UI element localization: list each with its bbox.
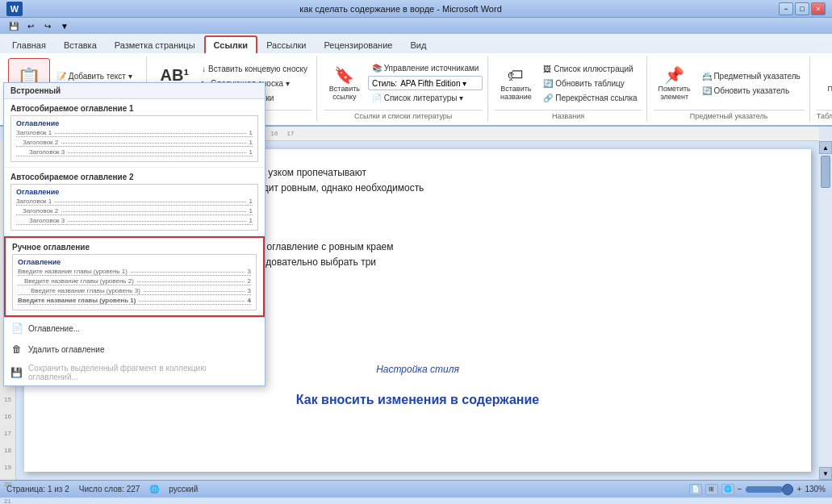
title-bar-left: W — [6, 2, 23, 16]
ribbon-group-citation-table: 🔏 Пометитьссылку Таблица ссылок — [812, 56, 832, 122]
captions-group-buttons: 🏷 Вставитьназвание 🖼 Список иллюстраций … — [495, 58, 641, 108]
ribbon-group-citations: 🔖 Вставитьссылку 📚 Управление источникам… — [319, 56, 488, 122]
ribbon-tab-bar: Главная Вставка Разметка страницы Ссылки… — [0, 34, 832, 53]
customize-quick-btn[interactable]: ▼ — [57, 19, 72, 32]
toc-line-1: Заголовок 1 1 — [16, 129, 253, 137]
citation-icon: 🔖 — [334, 65, 354, 85]
captions-sub-buttons: 🖼 Список иллюстраций 🔄 Обновить таблицу … — [539, 62, 641, 105]
scroll-up-btn[interactable]: ▲ — [819, 141, 832, 154]
zoom-bar — [746, 486, 794, 493]
insert-citation-label: Вставитьссылку — [329, 85, 360, 101]
tab-review[interactable]: Рецензирование — [316, 35, 402, 53]
minimize-button[interactable]: − — [779, 2, 793, 15]
menu-section-builtin: Встроенный — [4, 83, 265, 99]
tab-view[interactable]: Вид — [401, 35, 435, 53]
mark-citation-label: Пометитьссылку — [827, 85, 832, 101]
captions-group-label: Названия — [495, 110, 641, 120]
mark-citation-btn[interactable]: 🔏 Пометитьссылку — [823, 58, 832, 108]
citations-group-buttons: 🔖 Вставитьссылку 📚 Управление источникам… — [324, 58, 483, 108]
toc-options-label: Оглавление... — [28, 324, 80, 333]
status-word-count: Число слов: 227 — [79, 485, 140, 494]
cross-reference-btn[interactable]: 🔗 Перекрёстная ссылка — [539, 91, 641, 105]
manual-toc-line-1: Введите название главы (уровень 1) 3 — [18, 268, 251, 276]
mark-entry-btn[interactable]: 📌 Пометитьэлемент — [654, 58, 696, 108]
title-bar: W как сделать содержание в ворде - Micro… — [0, 0, 832, 18]
toc-line-3: Заголовок 3 1 — [16, 148, 253, 156]
scroll-thumb[interactable] — [821, 156, 830, 188]
index-group-label: Предметный указатель — [654, 110, 805, 120]
zoom-out-btn[interactable]: − — [738, 485, 742, 494]
status-bar-left: Страница: 1 из 2 Число слов: 227 🌐 русск… — [6, 485, 198, 494]
tab-insert[interactable]: Вставка — [55, 35, 106, 53]
menu-action-remove-toc[interactable]: 🗑 Удалить оглавление — [4, 339, 265, 360]
citations-group-label: Ссылки и списки литературы — [324, 110, 483, 120]
view-btn-full[interactable]: ⊞ — [705, 484, 718, 495]
tab-references[interactable]: Ссылки — [204, 35, 258, 53]
index-btn[interactable]: 📇 Предметный указатель — [698, 69, 805, 83]
toc-line-6: Заголовок 3 1 — [16, 217, 253, 225]
scroll-down-btn[interactable]: ▼ — [819, 467, 832, 480]
insert-caption-label: Вставитьназвание — [500, 85, 532, 101]
vertical-scrollbar[interactable]: ▲ ▼ — [819, 141, 832, 480]
menu-action-save-toc: 💾 Сохранить выделенный фрагмент в коллек… — [4, 360, 265, 385]
caption-icon: 🏷 — [508, 66, 524, 85]
tab-page-layout[interactable]: Разметка страницы — [106, 35, 204, 53]
toc-line-5: Заголовок 2 1 — [16, 207, 253, 215]
add-text-btn[interactable]: 📝 Добавить текст ▾ — [52, 69, 141, 83]
status-page: Страница: 1 из 2 — [6, 485, 69, 494]
save-quick-btn[interactable]: 💾 — [6, 19, 21, 32]
manual-toc-title: Ручное оглавление — [12, 243, 257, 252]
redo-quick-btn[interactable]: ↪ — [40, 19, 55, 32]
manual-toc-line-3: Введите название главы (уровень 3) 3 — [18, 287, 251, 295]
update-index-btn[interactable]: 🔄 Обновить указатель — [698, 84, 805, 98]
citation-table-group-buttons: 🔏 Пометитьссылку — [823, 58, 832, 108]
manual-toc-line-2: Введите название главы (уровень 2) 2 — [18, 277, 251, 285]
bibliography-btn[interactable]: 📄 Список литературы ▾ — [368, 91, 483, 105]
save-toc-label: Сохранить выделенный фрагмент в коллекци… — [28, 364, 258, 381]
tab-home[interactable]: Главная — [3, 35, 55, 53]
menu-item-auto-toc-2[interactable]: Автособираемое оглавление 2 Оглавление З… — [4, 168, 265, 236]
citation-table-group-label: Таблица ссылок — [817, 110, 832, 120]
undo-quick-btn[interactable]: ↩ — [23, 19, 38, 32]
auto-toc-2-preview: Оглавление Заголовок 1 1 Заголовок 2 1 З… — [10, 184, 258, 231]
style-selector[interactable]: Стиль: APA Fifth Edition ▾ — [368, 76, 483, 90]
manual-toc-line-4: Введите название главы (уровень 1) 4 — [18, 297, 251, 305]
view-btn-web[interactable]: 🌐 — [721, 484, 734, 495]
status-bar-right: 📄 ⊞ 🌐 − + 130% — [689, 484, 826, 495]
manual-toc-preview: Оглавление Введите название главы (урове… — [12, 254, 257, 310]
menu-action-toc-options[interactable]: 📄 Оглавление... — [4, 318, 265, 339]
view-btn-print[interactable]: 📄 — [689, 484, 702, 495]
insert-caption-btn[interactable]: 🏷 Вставитьназвание — [495, 58, 537, 108]
zoom-handle[interactable] — [782, 484, 793, 495]
mark-entry-icon: 📌 — [664, 65, 684, 85]
remove-toc-label: Удалить оглавление — [28, 345, 105, 354]
status-bar: Страница: 1 из 2 Число слов: 227 🌐 русск… — [0, 480, 832, 498]
zoom-in-btn[interactable]: + — [797, 485, 802, 494]
mark-entry-label: Пометитьэлемент — [658, 85, 690, 101]
style-label: Стиль: — [372, 79, 397, 88]
tab-mailings[interactable]: Рассылки — [257, 35, 315, 53]
manage-sources-btn[interactable]: 📚 Управление источниками — [368, 61, 483, 75]
scroll-track[interactable] — [819, 154, 832, 467]
save-toc-icon: 💾 — [10, 366, 23, 379]
insert-citation-btn[interactable]: 🔖 Вставитьссылку — [324, 58, 366, 108]
ribbon-group-captions: 🏷 Вставитьназвание 🖼 Список иллюстраций … — [490, 56, 646, 122]
index-group-buttons: 📌 Пометитьэлемент 📇 Предметный указатель… — [654, 58, 805, 108]
zoom-fill — [746, 486, 784, 493]
menu-item-auto-toc-1[interactable]: Автособираемое оглавление 1 Оглавление З… — [4, 99, 265, 168]
auto-toc-2-title: Автособираемое оглавление 2 — [10, 173, 258, 181]
status-language: русский — [169, 485, 198, 494]
auto-toc-1-preview: Оглавление Заголовок 1 1 Заголовок 2 1 З… — [10, 115, 258, 162]
citation-sub-buttons: 📚 Управление источниками Стиль: APA Fift… — [368, 61, 483, 105]
figure-list-btn[interactable]: 🖼 Список иллюстраций — [539, 62, 641, 76]
window-title: как сделать содержание в ворде - Microso… — [23, 4, 779, 14]
window-controls[interactable]: − □ × — [779, 2, 826, 15]
insert-endnote-btn[interactable]: ↓ Вставить концевую сноску — [198, 62, 311, 76]
maximize-button[interactable]: □ — [795, 2, 809, 15]
ribbon-group-index: 📌 Пометитьэлемент 📇 Предметный указатель… — [649, 56, 810, 122]
update-table2-btn[interactable]: 🔄 Обновить таблицу — [539, 77, 641, 90]
toc-options-icon: 📄 — [10, 322, 23, 335]
close-button[interactable]: × — [811, 2, 826, 15]
index-sub-buttons: 📇 Предметный указатель 🔄 Обновить указат… — [698, 69, 805, 98]
menu-item-manual-toc[interactable]: Ручное оглавление Оглавление Введите наз… — [4, 236, 265, 317]
